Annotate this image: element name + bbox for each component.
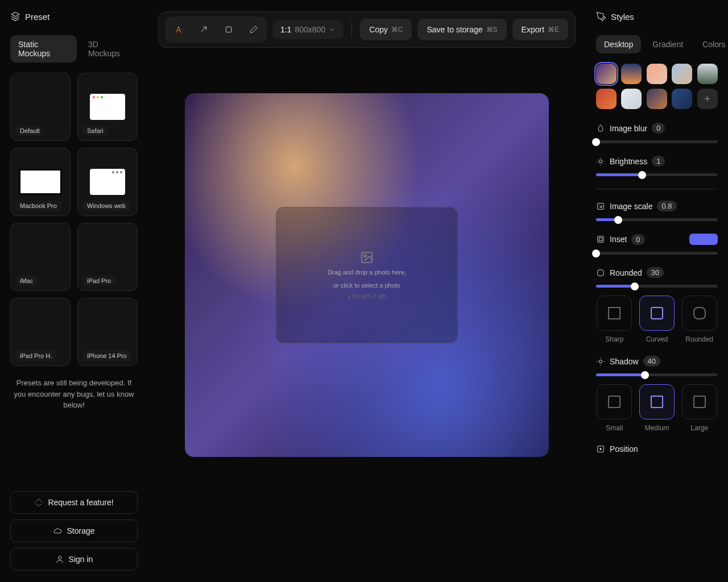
sidebar-footer: Request a feature! Storage Sign in: [10, 491, 138, 571]
inset-icon: [596, 235, 605, 244]
rounded-curved[interactable]: Curved: [639, 296, 676, 343]
preset-safari[interactable]: Safari: [77, 73, 138, 141]
swatch-add[interactable]: +: [697, 89, 718, 109]
rounded-value: 30: [647, 267, 664, 278]
arrow-tool-button[interactable]: [193, 19, 214, 40]
swatch-7[interactable]: [621, 89, 642, 109]
inset-label: Inset: [610, 235, 627, 244]
rounded-rounded[interactable]: Rounded: [681, 296, 718, 343]
swatch-9[interactable]: [672, 89, 692, 109]
shadow-value: 40: [643, 356, 660, 367]
text-icon: [174, 25, 183, 34]
scale-slider[interactable]: [596, 218, 718, 221]
swatch-8[interactable]: [647, 89, 667, 109]
tab-gradient[interactable]: Gradient: [644, 35, 691, 53]
shadow-slider[interactable]: [596, 373, 718, 376]
tab-colors[interactable]: Colors: [694, 35, 728, 53]
rounded-sharp[interactable]: Sharp: [596, 296, 633, 343]
request-feature-button[interactable]: Request a feature!: [10, 491, 138, 514]
blur-slider[interactable]: [596, 140, 718, 143]
ratio-text: 1:1: [280, 25, 291, 34]
swatch-2[interactable]: [621, 64, 642, 84]
canvas: Drag and drop a photo here, or click to …: [185, 93, 549, 457]
chevron-down-icon: [329, 26, 336, 33]
dropzone[interactable]: Drag and drop a photo here, or click to …: [276, 207, 458, 343]
preset-label: iPhone 14 Pro: [82, 351, 131, 361]
svg-point-11: [600, 448, 602, 450]
toolbar: 1:1 800x800 Copy ⌘C Save to storage ⌘S E…: [158, 11, 576, 48]
preset-title-text: Preset: [25, 12, 49, 22]
center-panel: 1:1 800x800 Copy ⌘C Save to storage ⌘S E…: [148, 0, 586, 582]
inset-color-chip[interactable]: [689, 234, 718, 245]
dropzone-hint2: or click to select a photo: [333, 281, 400, 290]
styles-title-text: Styles: [611, 12, 634, 22]
dropzone-hint1: Drag and drop a photo here,: [328, 268, 406, 277]
dropzone-hint3: a file with 2 MB: [348, 293, 386, 300]
rounded-options: Sharp Curved Rounded: [596, 296, 718, 343]
request-feature-label: Request a feature!: [48, 498, 113, 507]
preset-label: Safari: [82, 126, 108, 136]
scale-icon: [596, 202, 605, 211]
image-icon: [360, 251, 374, 264]
inset-slider[interactable]: [596, 252, 718, 255]
scale-label: Image scale: [610, 202, 652, 211]
preset-windows-web[interactable]: Windows web: [77, 148, 138, 216]
sun-icon: [596, 157, 605, 166]
cloud-icon: [53, 526, 62, 535]
preset-ipad-pro-h[interactable]: iPad Pro H.: [10, 298, 71, 366]
copy-label: Copy: [369, 25, 388, 35]
brush-icon: [596, 11, 606, 22]
export-button[interactable]: Export ⌘E: [512, 19, 568, 41]
control-brightness: Brightness 1: [596, 156, 718, 176]
rounded-slider[interactable]: [596, 285, 718, 288]
copy-shortcut: ⌘C: [391, 26, 403, 34]
save-label: Save to storage: [427, 25, 482, 35]
svg-rect-6: [598, 236, 604, 243]
preset-iphone-14-pro[interactable]: iPhone 14 Pro: [77, 298, 138, 366]
shadow-large[interactable]: Large: [681, 384, 718, 432]
erase-tool-button[interactable]: [243, 19, 264, 40]
position-icon: [596, 444, 605, 454]
swatch-6[interactable]: [596, 89, 617, 109]
copy-button[interactable]: Copy ⌘C: [360, 19, 412, 41]
preset-grid: Default Safari Macbook Pro Windows web i…: [10, 73, 138, 366]
control-image-blur: Image blur 0: [596, 123, 718, 143]
tab-static-mockups[interactable]: Static Mockups: [10, 35, 77, 63]
swatch-1[interactable]: [596, 64, 617, 84]
shadow-medium[interactable]: Medium: [639, 384, 676, 432]
tab-desktop[interactable]: Desktop: [596, 35, 641, 53]
preset-ipad-pro[interactable]: iPad Pro: [77, 223, 138, 291]
square-icon: [224, 25, 233, 34]
preset-title: Preset: [10, 11, 138, 22]
preset-label: Default: [15, 126, 44, 136]
preset-default[interactable]: Default: [10, 73, 71, 141]
aspect-ratio-select[interactable]: 1:1 800x800: [272, 20, 344, 39]
preset-tabs: Static Mockups 3D Mockups: [10, 35, 138, 63]
brightness-slider[interactable]: [596, 173, 718, 176]
tool-group: [166, 16, 267, 43]
position-label: Position: [610, 444, 638, 454]
control-inset: Inset 0: [596, 234, 718, 255]
signin-button[interactable]: Sign in: [10, 548, 138, 571]
swatch-3[interactable]: [647, 64, 667, 84]
svg-rect-7: [599, 238, 602, 240]
right-sidebar: Styles Desktop Gradient Colors + Image b…: [586, 0, 728, 582]
export-label: Export: [522, 25, 544, 35]
storage-button[interactable]: Storage: [10, 519, 138, 542]
save-button[interactable]: Save to storage ⌘S: [417, 19, 506, 41]
plus-icon: +: [704, 93, 710, 105]
preset-imac[interactable]: iMac: [10, 223, 71, 291]
text-tool-button[interactable]: [168, 19, 189, 40]
rect-tool-button[interactable]: [218, 19, 239, 40]
export-shortcut: ⌘E: [548, 26, 559, 34]
preset-macbook-pro[interactable]: Macbook Pro: [10, 148, 71, 216]
preset-label: iPad Pro: [82, 276, 115, 286]
swatch-4[interactable]: [672, 64, 692, 84]
shadow-small[interactable]: Small: [596, 384, 633, 432]
swatch-5[interactable]: [697, 64, 718, 84]
svg-point-3: [364, 255, 366, 257]
svg-rect-1: [226, 27, 231, 32]
tab-3d-mockups[interactable]: 3D Mockups: [80, 35, 138, 63]
rounded-icon: [596, 268, 605, 277]
preset-label: Windows web: [82, 201, 130, 211]
